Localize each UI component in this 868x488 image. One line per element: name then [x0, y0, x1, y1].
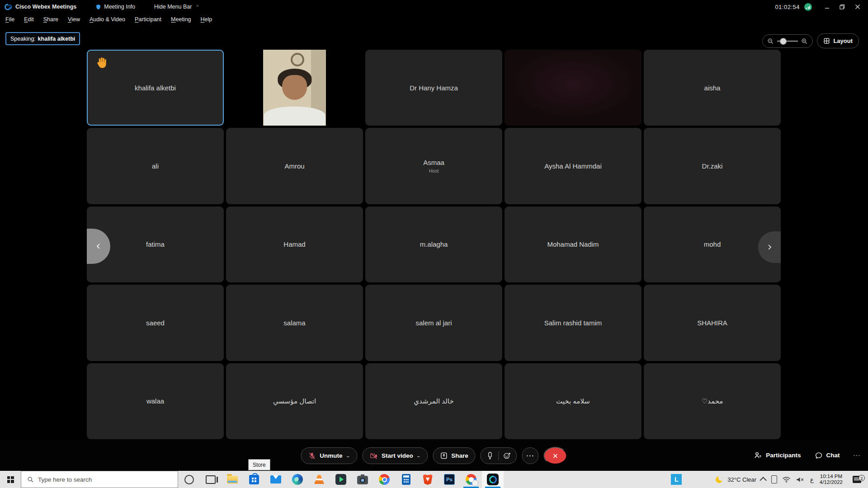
participant-tile[interactable]: salem al jari [365, 285, 502, 361]
menu-view[interactable]: View [68, 16, 80, 23]
menu-file[interactable]: File [5, 16, 14, 23]
close-x-icon [552, 452, 559, 460]
brave-icon[interactable] [417, 471, 439, 488]
action-center-button[interactable]: 2 [848, 476, 866, 483]
participant-tile[interactable]: Asmaa Host [365, 128, 502, 204]
hide-menu-bar-button[interactable]: Hide Menu Bar ⌃ [154, 4, 199, 10]
photoshop-icon[interactable]: Ps [439, 471, 460, 488]
participant-tile[interactable] [505, 50, 642, 126]
participant-tile[interactable]: m.alagha [365, 206, 502, 282]
meeting-timer: 01:02:54 [775, 4, 800, 10]
webex-logo-icon [5, 3, 12, 11]
participant-tile[interactable]: خالد المرشدي [365, 363, 502, 439]
taskbar-search-input[interactable]: Type here to search [21, 471, 178, 488]
zoom-slider-knob[interactable] [780, 38, 787, 45]
webex-icon[interactable] [482, 471, 504, 488]
menu-edit[interactable]: Edit [24, 16, 34, 23]
participant-tile[interactable]: Amrou [226, 128, 363, 204]
menu-meeting[interactable]: Meeting [171, 16, 191, 23]
menu-audio-video[interactable]: Audio & Video [90, 16, 125, 23]
participant-tile[interactable] [226, 50, 363, 126]
participant-tile[interactable]: ali [87, 128, 224, 204]
participant-tile[interactable]: Dr Hany Hamza [365, 50, 502, 126]
share-button[interactable]: Share [433, 447, 476, 464]
camera-off-icon [369, 452, 378, 460]
leave-meeting-button[interactable] [544, 447, 567, 465]
vlc-icon[interactable] [308, 471, 330, 488]
participant-tile[interactable]: Mohamad Nadim [505, 206, 642, 282]
participant-tile[interactable]: Aysha Al Hammdai [505, 128, 642, 204]
search-icon [27, 476, 34, 483]
participant-name: khalifa alketbi [135, 84, 176, 92]
participant-role: Host [429, 168, 439, 174]
zoom-control [762, 34, 813, 48]
your-phone-icon[interactable] [771, 475, 777, 483]
title-bar: Cisco Webex Meetings Meeting Info Hide M… [0, 0, 868, 14]
participant-tile[interactable]: Dr.zaki [644, 128, 781, 204]
person-face [282, 75, 307, 100]
video-feed [263, 50, 326, 126]
minimize-button[interactable] [819, 0, 835, 14]
participant-tile[interactable]: محمد♡ [644, 363, 781, 439]
restore-button[interactable] [835, 0, 850, 14]
chrome-icon[interactable] [373, 471, 395, 488]
participant-tile[interactable]: aisha [644, 50, 781, 126]
start-button[interactable] [0, 471, 21, 488]
zoom-slider[interactable] [777, 41, 798, 42]
edge-icon[interactable] [287, 471, 308, 488]
participant-tile[interactable]: salama [226, 285, 363, 361]
file-explorer-icon[interactable] [222, 471, 243, 488]
chevron-down-icon[interactable]: ⌄ [416, 453, 421, 458]
participant-tile[interactable]: اتصال مؤسسي [226, 363, 363, 439]
chat-button[interactable]: Chat [815, 451, 840, 460]
calculator-icon[interactable] [395, 471, 417, 488]
chrome-meet-icon[interactable] [460, 471, 482, 488]
volume-muted-icon[interactable] [796, 476, 804, 483]
participant-name: SHAHIRA [697, 319, 727, 327]
layout-button[interactable]: Layout [817, 33, 859, 48]
layout-grid-icon [823, 38, 830, 44]
participants-button[interactable]: Participants [754, 451, 801, 460]
close-window-button[interactable] [850, 0, 865, 14]
participant-tile[interactable]: Hamad [226, 206, 363, 282]
participant-name: fatima [146, 240, 165, 248]
menu-share[interactable]: Share [43, 16, 58, 23]
store-icon[interactable] [243, 471, 265, 488]
keyboard-language-indicator[interactable]: ع [809, 476, 815, 483]
taskbar-clock[interactable]: 10:14 PM 4/12/2022 [820, 474, 843, 485]
participant-name: Dr Hany Hamza [410, 84, 458, 92]
zoom-out-icon[interactable] [767, 38, 774, 45]
menu-help[interactable]: Help [201, 16, 212, 23]
reactions-icon[interactable] [503, 451, 512, 460]
start-video-button[interactable]: Start video ⌄ [362, 447, 428, 464]
zoom-in-icon[interactable] [801, 38, 808, 45]
participant-tile[interactable]: Salim rashid tamim [505, 285, 642, 361]
connection-signal-icon[interactable] [804, 3, 812, 11]
menu-participant[interactable]: Participant [135, 16, 161, 23]
cortana-icon[interactable] [178, 471, 200, 488]
tray-chevron-up-icon[interactable] [760, 477, 767, 484]
windows-logo-icon [7, 476, 14, 483]
meeting-info-button[interactable]: Meeting Info [95, 4, 135, 10]
lingo-app-icon[interactable]: L [665, 474, 687, 485]
participant-tile[interactable]: khalifa alketbi [87, 50, 224, 126]
camera-icon[interactable] [352, 471, 373, 488]
participant-tile[interactable]: walaa [87, 363, 224, 439]
participant-name: محمد♡ [702, 397, 723, 405]
more-options-button[interactable]: ··· [522, 447, 539, 464]
screen-recorder-icon[interactable] [330, 471, 352, 488]
share-screen-icon [440, 452, 448, 460]
task-view-icon[interactable] [200, 471, 222, 488]
participant-tile[interactable]: SHAHIRA [644, 285, 781, 361]
participant-name: walaa [146, 397, 164, 405]
network-icon[interactable] [782, 476, 791, 483]
participant-tile[interactable]: سلامه بخيت [505, 363, 642, 439]
chevron-down-icon[interactable]: ⌄ [345, 453, 351, 458]
mic-muted-icon [308, 452, 316, 460]
mail-icon[interactable] [265, 471, 287, 488]
weather-widget[interactable]: 32°C Clear [727, 476, 756, 483]
participant-tile[interactable]: saeed [87, 285, 224, 361]
unmute-button[interactable]: Unmute ⌄ [301, 447, 357, 464]
overflow-options-button[interactable]: ··· [854, 452, 861, 459]
recorder-icon[interactable] [486, 451, 495, 460]
